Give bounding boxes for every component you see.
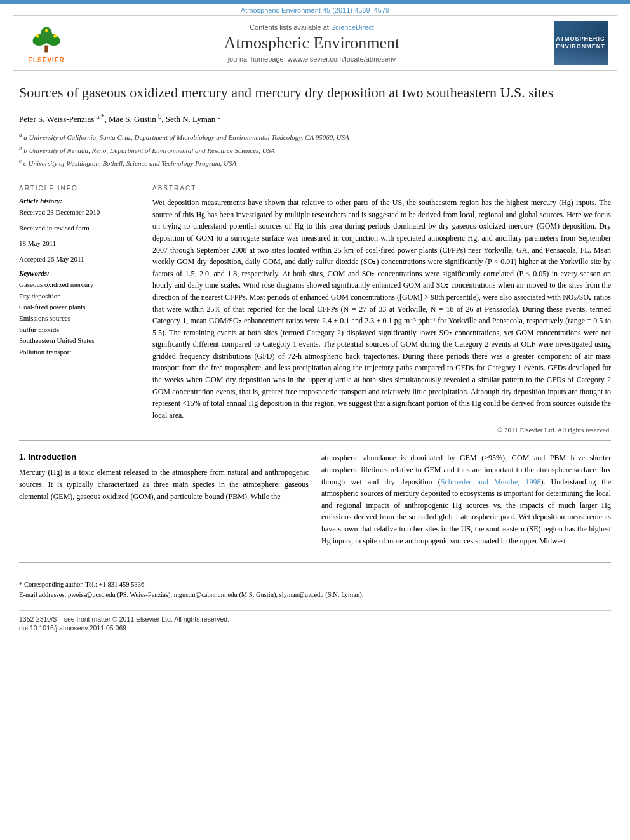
journal-title: Atmospheric Environment (78, 34, 546, 53)
body-right-column: atmospheric abundance is dominated by GE… (321, 452, 611, 552)
email-label: E-mail addresses: (19, 591, 66, 598)
homepage-line: journal homepage: www.elsevier.com/locat… (78, 55, 546, 63)
email-line: E-mail addresses: pweiss@ucsc.edu (PS. W… (19, 590, 611, 600)
intro-section-title: 1. Introduction (19, 452, 309, 462)
email-addresses: pweiss@ucsc.edu (PS. Weiss-Penzias), mgu… (68, 591, 363, 598)
divider-1 (19, 178, 611, 178)
main-content: Sources of gaseous oxidized mercury and … (0, 71, 630, 642)
authors-line: Peter S. Weiss-Penzias a,*, Mae S. Gusti… (19, 111, 611, 126)
article-info-abstract-section: ARTICLE INFO Article history: Received 2… (19, 185, 611, 434)
elsevier-wordmark: ELSEVIER (28, 57, 64, 63)
intro-paragraph-2: atmospheric abundance is dominated by GE… (321, 452, 611, 547)
keyword-6: Southeastern United States (19, 335, 140, 347)
svg-rect-0 (44, 45, 48, 52)
revised-date: 18 May 2011 (19, 238, 140, 249)
citation-volume: 45 (2011) 4569–4579 (323, 6, 389, 14)
body-left-column: 1. Introduction Mercury (Hg) is a toxic … (19, 452, 309, 552)
elsevier-tree-icon (27, 23, 65, 55)
article-info-column: ARTICLE INFO Article history: Received 2… (19, 185, 140, 434)
affiliations: a a University of California, Santa Cruz… (19, 130, 611, 169)
ae-logo-text: ATMOSPHERIC ENVIRONMENT (556, 36, 605, 50)
elsevier-logo: ELSEVIER (21, 23, 72, 63)
issn-line: 1352-2310/$ – see front matter © 2011 El… (19, 615, 611, 625)
abstract-text: Wet deposition measurements have shown t… (152, 197, 611, 421)
keyword-1: Gaseous oxidized mercury (19, 279, 140, 291)
ae-logo: ATMOSPHERIC ENVIRONMENT (554, 21, 608, 65)
sciencedirect-link[interactable]: ScienceDirect (331, 23, 374, 31)
footnotes-section: * Corresponding author. Tel.: +1 831 459… (19, 562, 611, 600)
citation-line: Atmospheric Environment 45 (2011) 4569–4… (0, 4, 630, 15)
keyword-4: Emissions sources (19, 313, 140, 324)
journal-header: ELSEVIER Contents lists available at Sci… (13, 15, 617, 71)
svg-point-5 (53, 34, 57, 37)
keyword-7: Pollution transport (19, 347, 140, 358)
footnote-divider (19, 573, 611, 573)
body-content: 1. Introduction Mercury (Hg) is a toxic … (19, 452, 611, 552)
bottom-bar: 1352-2310/$ – see front matter © 2011 El… (19, 610, 611, 636)
copyright-line: © 2011 Elsevier Ltd. All rights reserved… (152, 426, 611, 434)
header-middle: Contents lists available at ScienceDirec… (78, 23, 546, 63)
revised-label: Received in revised form (19, 223, 140, 234)
corresponding-author: * Corresponding author. Tel.: +1 831 459… (19, 580, 611, 590)
article-info-heading: ARTICLE INFO (19, 185, 140, 192)
affiliation-a: a a University of California, Santa Cruz… (19, 130, 611, 143)
doi-line: doi:10.1016/j.atmosenv.2011.05.069 (19, 624, 611, 632)
schroeder-ref-link[interactable]: Schroeder and Munthe, 1998 (441, 477, 541, 486)
ae-logo-box: ATMOSPHERIC ENVIRONMENT (552, 21, 609, 65)
abstract-heading: ABSTRACT (152, 185, 611, 192)
divider-2 (19, 440, 611, 441)
affiliation-c: c c University of Washington, Bothell, S… (19, 156, 611, 169)
svg-point-4 (36, 34, 39, 37)
svg-point-6 (45, 29, 48, 32)
affiliation-b: b b University of Nevada, Reno, Departme… (19, 143, 611, 156)
received-date: Received 23 December 2010 (19, 207, 140, 218)
intro-paragraph-1: Mercury (Hg) is a toxic element released… (19, 467, 309, 502)
keyword-5: Sulfur dioxide (19, 324, 140, 336)
journal-name: Atmospheric Environment (241, 6, 321, 14)
history-label: Article history: (19, 197, 140, 204)
keyword-2: Dry deposition (19, 291, 140, 302)
accepted-date: Accepted 26 May 2011 (19, 254, 140, 265)
contents-available-line: Contents lists available at ScienceDirec… (78, 23, 546, 31)
keywords-label: Keywords: (19, 269, 140, 277)
article-title: Sources of gaseous oxidized mercury and … (19, 84, 611, 102)
keyword-3: Coal-fired power plants (19, 302, 140, 313)
abstract-column: ABSTRACT Wet deposition measurements hav… (152, 185, 611, 434)
